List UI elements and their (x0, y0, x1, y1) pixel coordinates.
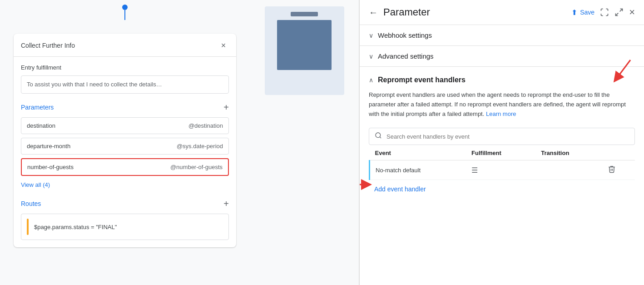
reprompt-title: Reprompt event handlers (378, 76, 466, 84)
event-cell: No-match default (370, 160, 466, 180)
webhook-settings-header[interactable]: ∨ Webhook settings (369, 31, 635, 39)
add-parameter-button[interactable]: + (223, 103, 229, 112)
param-name-destination: destination (27, 122, 188, 129)
right-panel-body: ∨ Webhook settings ∨ Advanced settings ∧… (360, 25, 644, 205)
routes-label[interactable]: Routes (21, 200, 41, 207)
connector-dot (122, 5, 128, 10)
event-table-row[interactable]: No-match default ☰ (370, 160, 635, 180)
param-value-departure-month: @sys.date-period (177, 143, 223, 150)
param-value-destination: @destination (188, 122, 223, 129)
view-all-link[interactable]: View all (4) (21, 181, 50, 188)
routes-heading: Routes + (21, 199, 229, 208)
save-label: Save (580, 9, 594, 16)
center-panel (250, 0, 359, 285)
param-value-number-of-guests: @number-of-guests (170, 164, 223, 170)
reprompt-section: ∧ Reprompt event handlers Reprompt event… (360, 67, 644, 205)
actions-column-header (602, 145, 635, 160)
webhook-chevron-icon: ∨ (369, 32, 373, 39)
event-column-header: Event (370, 145, 466, 160)
webhook-settings-title: Webhook settings (378, 31, 432, 39)
panel-title: Parameter (383, 6, 566, 18)
right-panel-header: ← Parameter ⬆ Save × (360, 0, 644, 25)
fulfillment-column-header: Fulfillment (466, 145, 535, 160)
parameter-row-destination[interactable]: destination @destination (21, 117, 229, 134)
delete-event-button[interactable] (608, 167, 616, 175)
fulfillment-icon: ☰ (471, 166, 478, 174)
parameter-row-number-of-guests[interactable]: number-of-guests @number-of-guests (21, 158, 229, 176)
reprompt-chevron-icon: ∧ (369, 76, 373, 84)
card-header: Collect Further Info × (14, 34, 236, 57)
resize-button[interactable] (614, 8, 624, 17)
collect-further-info-card: Collect Further Info × Entry fulfillment… (14, 34, 236, 247)
svg-line-0 (620, 9, 623, 12)
param-name-departure-month: departure-month (27, 143, 177, 150)
transition-column-header: Transition (535, 145, 602, 160)
param-name-number-of-guests: number-of-guests (27, 164, 170, 170)
preview-box (265, 6, 344, 95)
fulfillment-cell: ☰ (466, 160, 535, 180)
entry-fulfillment-label: Entry fulfillment (21, 64, 229, 71)
routes-section: Routes + $page.params.status = "FINAL" (21, 199, 229, 240)
search-icon (375, 132, 382, 141)
add-route-button[interactable]: + (223, 199, 229, 208)
learn-more-link[interactable]: Learn more (486, 110, 516, 117)
right-panel: ← Parameter ⬆ Save × ∨ Webhook settings … (360, 0, 644, 285)
delete-cell (602, 160, 635, 180)
add-event-handler-link[interactable]: Add event handler (369, 180, 431, 198)
card-body: Entry fulfillment To assist you with tha… (14, 57, 236, 247)
advanced-chevron-icon: ∨ (369, 53, 373, 60)
route-bar (27, 219, 29, 235)
save-upload-icon: ⬆ (571, 8, 577, 17)
search-input[interactable] (386, 133, 629, 140)
entry-fulfillment-text: To assist you with that I need to collec… (21, 75, 229, 94)
search-box (369, 128, 635, 145)
card-title: Collect Further Info (21, 42, 75, 49)
route-condition: $page.params.status = "FINAL" (34, 224, 117, 230)
preview-main-block (277, 20, 332, 70)
back-button[interactable]: ← (369, 7, 378, 18)
svg-line-1 (616, 13, 619, 16)
left-panel: Collect Further Info × Entry fulfillment… (0, 0, 250, 285)
preview-top-bar (291, 12, 318, 16)
advanced-settings-section: ∨ Advanced settings (360, 46, 644, 67)
parameter-row-departure-month[interactable]: departure-month @sys.date-period (21, 138, 229, 155)
route-row[interactable]: $page.params.status = "FINAL" (21, 214, 229, 240)
svg-point-2 (376, 133, 381, 138)
connector-line (124, 10, 125, 20)
advanced-settings-title: Advanced settings (378, 52, 434, 60)
reprompt-description: Reprompt event handlers are used when th… (369, 90, 635, 119)
close-button[interactable]: × (629, 6, 635, 18)
parameters-label[interactable]: Parameters (21, 104, 54, 111)
close-card-button[interactable]: × (218, 40, 229, 51)
expand-button[interactable] (600, 8, 609, 17)
parameters-heading: Parameters + (21, 103, 229, 112)
reprompt-header: ∧ Reprompt event handlers (369, 76, 635, 84)
advanced-settings-header[interactable]: ∨ Advanced settings (369, 52, 635, 60)
event-table: Event Fulfillment Transition No-match de… (369, 145, 635, 180)
svg-line-3 (380, 137, 381, 138)
transition-cell (535, 160, 602, 180)
save-button[interactable]: ⬆ Save (571, 8, 594, 17)
webhook-settings-section: ∨ Webhook settings (360, 25, 644, 46)
